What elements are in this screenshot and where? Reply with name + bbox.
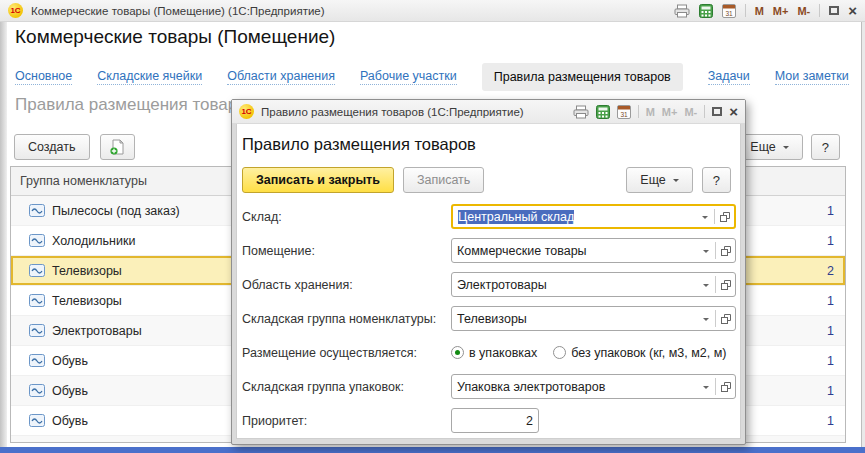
- dialog-action-bar: Записать и закрыть Записать Еще ?: [242, 167, 736, 193]
- print-icon[interactable]: [674, 4, 690, 18]
- nav-item-oblasti-hraneniya[interactable]: Области хранения: [227, 69, 335, 85]
- priority-label: Приоритет:: [242, 414, 451, 428]
- nav-item-osnovnoe[interactable]: Основное: [15, 69, 72, 85]
- premises-dropdown-button[interactable]: [696, 239, 715, 262]
- list-more-button[interactable]: Еще: [736, 134, 802, 160]
- row-priority-value: 1: [749, 294, 845, 308]
- memory-m-minus-button[interactable]: M-: [797, 5, 810, 17]
- calculator-icon[interactable]: [699, 4, 713, 18]
- calendar-icon[interactable]: 31: [617, 105, 631, 119]
- storage-area-label: Область хранения:: [242, 278, 451, 292]
- catalog-item-icon: [29, 264, 45, 277]
- storage-area-dropdown-button[interactable]: [696, 273, 715, 296]
- nav-bar: Основное Складские ячейки Области хранен…: [15, 62, 849, 92]
- calculator-icon[interactable]: [596, 105, 610, 119]
- row-group-name: Электротовары: [52, 324, 142, 338]
- open-icon: [719, 211, 731, 223]
- storage-area-value: Электротовары: [452, 273, 696, 296]
- warehouse-field[interactable]: Центральный склад: [451, 204, 736, 229]
- app-window: 1С Коммерческие товары (Помещение) (1С:П…: [0, 0, 865, 453]
- list-help-button[interactable]: ?: [811, 134, 840, 160]
- maximize-icon[interactable]: [712, 107, 722, 116]
- nav-item-skladskie-yachejki[interactable]: Складские ячейки: [97, 69, 202, 85]
- nomenclature-group-field[interactable]: Телевизоры: [451, 306, 736, 331]
- chevron-down-icon: [703, 284, 709, 290]
- radio-unselected-icon[interactable]: [553, 346, 566, 359]
- nomenclature-group-dropdown-button[interactable]: [696, 307, 715, 330]
- close-icon[interactable]: ×: [848, 4, 857, 17]
- memory-m-button[interactable]: M: [755, 5, 764, 17]
- create-button[interactable]: Создать: [14, 134, 90, 160]
- packaging-group-open-button[interactable]: [716, 375, 735, 398]
- nav-item-moi-zametki[interactable]: Мои заметки: [775, 69, 849, 85]
- nav-item-rabochie-uchastki[interactable]: Рабочие участки: [360, 69, 457, 85]
- list-toolbar-right: Еще ?: [736, 134, 840, 160]
- row-group-name: Пылесосы (под заказ): [52, 204, 180, 218]
- field-row-premises: Помещение: Коммерческие товары: [242, 238, 736, 263]
- dialog-help-button[interactable]: ?: [702, 167, 731, 193]
- dialog-body: Правило размещения товаров Записать и за…: [236, 124, 741, 439]
- catalog-item-icon: [29, 204, 45, 217]
- open-icon: [720, 381, 732, 393]
- chevron-down-icon: [703, 250, 709, 256]
- window-bottom-edge: [0, 447, 865, 453]
- packaging-group-field[interactable]: Упаковка электротоваров: [451, 374, 736, 399]
- main-titlebar-icons: 31 M M+ M- ×: [674, 4, 857, 18]
- radio-option-without-packages[interactable]: без упаковок (кг, м3, м2, м): [553, 346, 726, 360]
- titlebar-separator: [745, 4, 746, 17]
- packaging-group-dropdown-button[interactable]: [696, 375, 715, 398]
- radio-option-label: без упаковок (кг, м3, м2, м): [571, 346, 726, 360]
- dialog-frame: Правило размещения товаров Записать и за…: [232, 123, 745, 444]
- close-icon[interactable]: ×: [729, 105, 738, 118]
- catalog-item-icon: [29, 354, 45, 367]
- warehouse-dropdown-button[interactable]: [695, 206, 714, 227]
- calendar-icon[interactable]: 31: [722, 4, 736, 18]
- packaging-group-value: Упаковка электротоваров: [452, 375, 696, 398]
- save-and-close-button[interactable]: Записать и закрыть: [242, 167, 394, 193]
- packaging-group-label: Складская группа упаковок:: [242, 380, 451, 394]
- print-icon[interactable]: [573, 105, 589, 119]
- radio-selected-icon[interactable]: [451, 346, 464, 359]
- placement-mode-label: Размещение осуществляется:: [242, 346, 451, 360]
- priority-value: 2: [452, 409, 538, 432]
- row-priority-value: 1: [749, 354, 845, 368]
- open-icon: [720, 245, 732, 257]
- calendar-day-label: 31: [725, 9, 733, 16]
- priority-field[interactable]: 2: [451, 408, 539, 433]
- main-window-title: Коммерческие товары (Помещение) (1С:Пред…: [31, 5, 325, 17]
- chevron-down-icon: [673, 179, 679, 185]
- row-priority-value: 2: [749, 264, 845, 278]
- field-row-packaging-group: Складская группа упаковок: Упаковка элек…: [242, 374, 736, 399]
- nav-item-zadachi[interactable]: Задачи: [708, 69, 750, 85]
- chevron-down-icon: [702, 216, 708, 222]
- create-new-folder-button[interactable]: [100, 134, 135, 160]
- warehouse-value: Центральный склад: [458, 210, 574, 224]
- storage-area-field[interactable]: Электротовары: [451, 272, 736, 297]
- memory-m-plus-button[interactable]: M+: [773, 5, 789, 17]
- catalog-item-icon: [29, 294, 45, 307]
- row-group-name: Холодильники: [52, 234, 135, 248]
- save-button[interactable]: Записать: [403, 167, 484, 193]
- dialog-more-button[interactable]: Еще: [626, 167, 692, 193]
- warehouse-open-button[interactable]: [715, 206, 734, 227]
- field-row-priority: Приоритет: 2: [242, 408, 736, 433]
- dialog-heading: Правило размещения товаров: [242, 135, 736, 154]
- chevron-down-icon: [783, 146, 789, 152]
- premises-label: Помещение:: [242, 244, 451, 258]
- storage-area-open-button[interactable]: [716, 273, 735, 296]
- row-priority-value: 1: [749, 204, 845, 218]
- catalog-item-icon: [29, 234, 45, 247]
- row-priority-value: 1: [749, 234, 845, 248]
- dialog-titlebar[interactable]: 1С Правило размещения товаров (1С:Предпр…: [232, 100, 745, 123]
- window-right-edge: [861, 22, 865, 447]
- warehouse-label: Склад:: [242, 210, 451, 224]
- row-group-name: Телевизоры: [52, 294, 122, 308]
- nomenclature-group-open-button[interactable]: [716, 307, 735, 330]
- nav-item-pravila-razmescheniya-active[interactable]: Правила размещения товаров: [482, 63, 683, 91]
- maximize-icon[interactable]: [829, 6, 839, 15]
- premises-open-button[interactable]: [716, 239, 735, 262]
- radio-option-in-packages[interactable]: в упаковках: [451, 346, 537, 360]
- row-group-name: Обувь: [52, 414, 88, 428]
- row-group-name: Телевизоры: [52, 264, 122, 278]
- premises-field[interactable]: Коммерческие товары: [451, 238, 736, 263]
